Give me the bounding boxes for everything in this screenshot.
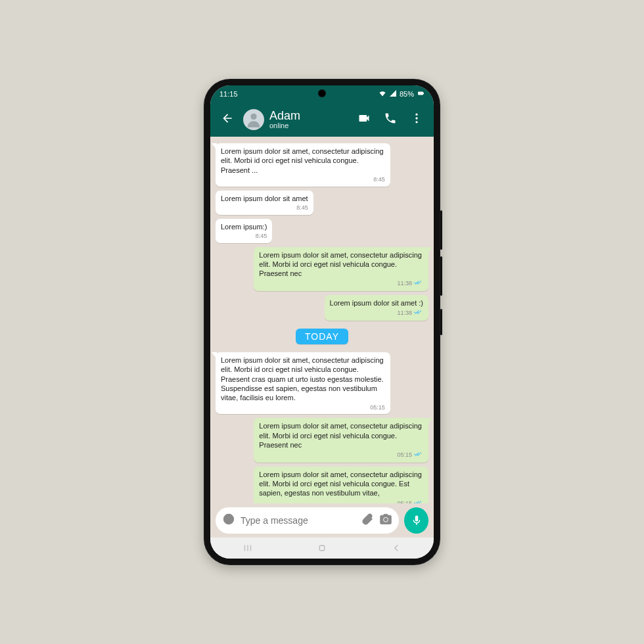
message-meta: 05:15 <box>221 404 385 412</box>
svg-point-3 <box>415 114 417 116</box>
clock: 11:15 <box>219 90 238 98</box>
read-ticks-icon <box>414 451 423 460</box>
message-text: Lorem ipsum dolor sit amet, consectetur … <box>259 421 423 449</box>
incoming-message[interactable]: Lorem ipsum dolor sit amet8:45 <box>216 191 313 215</box>
message-time: 8:45 <box>373 176 385 184</box>
svg-point-6 <box>224 515 234 524</box>
incoming-message[interactable]: Lorem ipsum dolor sit amet, consectetur … <box>216 143 390 187</box>
composer <box>210 503 434 538</box>
svg-point-2 <box>250 114 256 120</box>
date-chip: TODAY <box>296 329 348 344</box>
power-button[interactable] <box>440 309 442 335</box>
nav-home-button[interactable] <box>309 542 335 554</box>
message-time: 11:38 <box>397 310 412 317</box>
message-text: Lorem ipsum dolor sit amet <box>221 194 308 203</box>
incoming-message[interactable]: Lorem ipsum dolor sit amet, consectetur … <box>216 352 390 414</box>
volume-up-button[interactable] <box>440 210 442 250</box>
message-text: Lorem ipsum:) <box>221 222 267 231</box>
wifi-icon <box>379 89 386 99</box>
message-text: Lorem ipsum dolor sit amet :) <box>330 298 423 308</box>
mic-button[interactable] <box>404 507 428 534</box>
message-row: Lorem ipsum dolor sit amet, consectetur … <box>216 143 428 187</box>
outgoing-message[interactable]: Lorem ipsum dolor sit amet, consectetur … <box>254 418 428 463</box>
svg-rect-1 <box>423 93 424 94</box>
battery-icon <box>417 89 425 99</box>
message-text: Lorem ipsum dolor sit amet, consectetur … <box>221 147 385 175</box>
message-time: 8:45 <box>296 204 308 212</box>
svg-point-4 <box>415 117 417 119</box>
message-meta: 8:45 <box>221 204 308 212</box>
message-row: Lorem ipsum dolor sit amet, consectetur … <box>216 418 428 463</box>
compose-box <box>216 507 399 534</box>
incoming-message[interactable]: Lorem ipsum:)8:45 <box>216 219 272 243</box>
outgoing-message[interactable]: Lorem ipsum dolor sit amet, consectetur … <box>254 247 428 292</box>
message-time: 8:45 <box>256 233 267 241</box>
phone-frame: 11:15 85% Adam online <box>204 79 440 565</box>
message-row: Lorem ipsum dolor sit amet :)11:38 <box>216 295 428 321</box>
message-row: Lorem ipsum dolor sit amet8:45 <box>216 191 428 215</box>
read-ticks-icon <box>414 279 423 288</box>
screen: 11:15 85% Adam online <box>210 85 434 559</box>
camera-icon[interactable] <box>379 513 392 528</box>
outgoing-message[interactable]: Lorem ipsum dolor sit amet :)11:38 <box>325 295 428 321</box>
chat-header: Adam online <box>210 103 434 137</box>
contact-name: Adam <box>269 110 348 122</box>
video-call-button[interactable] <box>354 112 375 127</box>
svg-rect-0 <box>418 92 423 95</box>
message-text: Lorem ipsum dolor sit amet, consectetur … <box>259 250 423 279</box>
emoji-icon[interactable] <box>222 513 235 528</box>
message-row: Lorem ipsum dolor sit amet, consectetur … <box>216 352 428 414</box>
nav-recents-button[interactable] <box>235 542 261 554</box>
message-time: 05:15 <box>397 500 412 503</box>
svg-point-5 <box>415 121 417 123</box>
message-time: 11:38 <box>397 280 412 288</box>
outgoing-message[interactable]: Lorem ipsum dolor sit amet, consectetur … <box>254 467 428 503</box>
read-ticks-icon <box>414 499 423 503</box>
message-meta: 05:15 <box>259 499 423 503</box>
nav-back-button[interactable] <box>383 542 409 554</box>
avatar[interactable] <box>243 109 264 130</box>
message-row: Lorem ipsum dolor sit amet, consectetur … <box>216 247 428 292</box>
message-meta: 8:45 <box>221 233 267 241</box>
message-meta: 11:38 <box>259 279 423 288</box>
message-time: 05:15 <box>370 404 385 412</box>
message-time: 05:15 <box>397 451 412 459</box>
back-button[interactable] <box>217 112 238 127</box>
more-menu-button[interactable] <box>406 112 427 127</box>
front-camera <box>318 89 326 97</box>
voice-call-button[interactable] <box>380 112 401 127</box>
svg-rect-12 <box>319 545 325 551</box>
message-text: Lorem ipsum dolor sit amet, consectetur … <box>259 470 423 498</box>
message-row: Lorem ipsum dolor sit amet, consectetur … <box>216 467 428 503</box>
contact-presence: online <box>269 122 348 130</box>
message-text: Lorem ipsum dolor sit amet, consectetur … <box>221 356 385 402</box>
contact-title[interactable]: Adam online <box>269 110 348 129</box>
battery-label: 85% <box>400 90 414 98</box>
signal-icon <box>389 89 397 99</box>
message-meta: 05:15 <box>259 451 423 460</box>
message-meta: 8:45 <box>221 176 385 184</box>
system-nav-bar <box>210 538 434 559</box>
volume-down-button[interactable] <box>440 256 442 296</box>
read-ticks-icon <box>414 309 423 318</box>
svg-point-7 <box>227 518 228 519</box>
chat-scroll-area[interactable]: Lorem ipsum dolor sit amet, consectetur … <box>210 137 434 503</box>
message-meta: 11:38 <box>330 309 423 318</box>
message-input[interactable] <box>241 515 356 526</box>
message-row: Lorem ipsum:)8:45 <box>216 219 428 243</box>
svg-point-8 <box>230 518 231 519</box>
attachment-icon[interactable] <box>361 513 374 528</box>
